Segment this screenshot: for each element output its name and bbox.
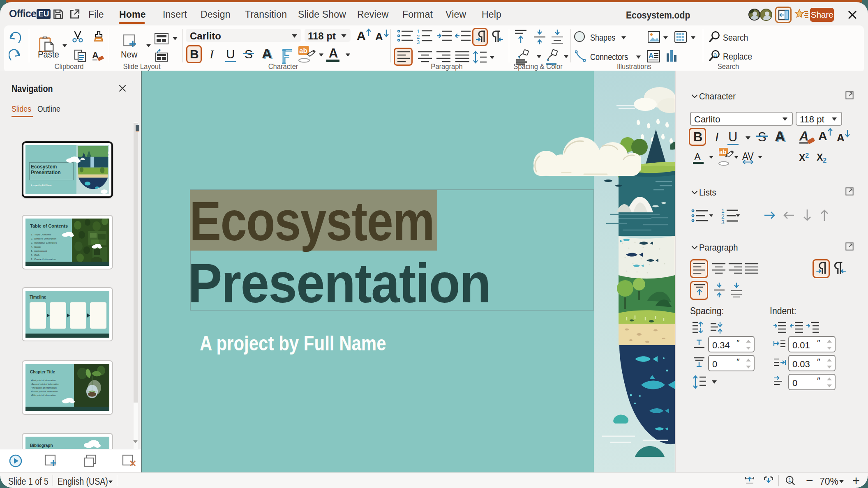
svg-text:3: 3 (417, 39, 420, 44)
svg-text:A: A (649, 52, 653, 60)
svg-text:1: 1 (788, 477, 791, 483)
svg-text:3: 3 (721, 219, 725, 224)
svg-text:ab: ab (299, 47, 307, 55)
svg-text:ab: ab (719, 148, 727, 155)
svg-text:a: a (713, 51, 717, 58)
svg-text:A: A (92, 51, 99, 60)
svg-text:A: A (799, 129, 808, 143)
